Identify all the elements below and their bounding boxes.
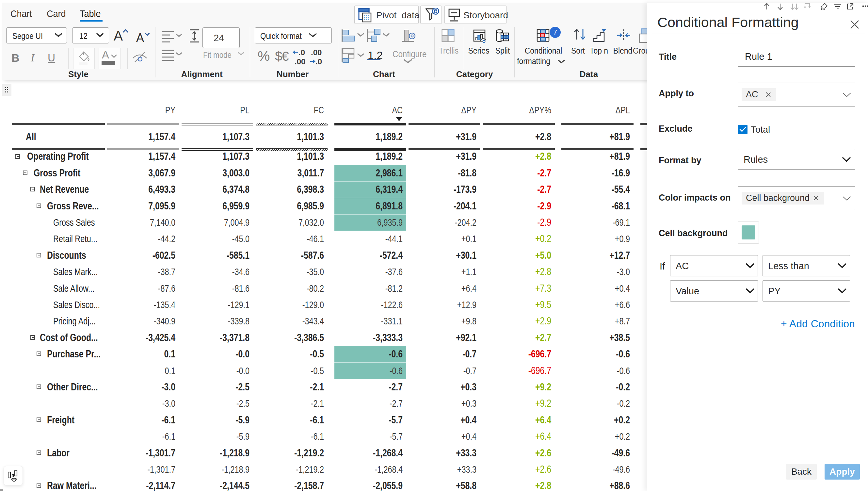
svg-text:.0: .0	[298, 49, 305, 57]
svg-text:.00: .00	[311, 49, 322, 57]
svg-text:.00: .00	[295, 57, 305, 65]
svg-text:.0: .0	[316, 57, 322, 65]
